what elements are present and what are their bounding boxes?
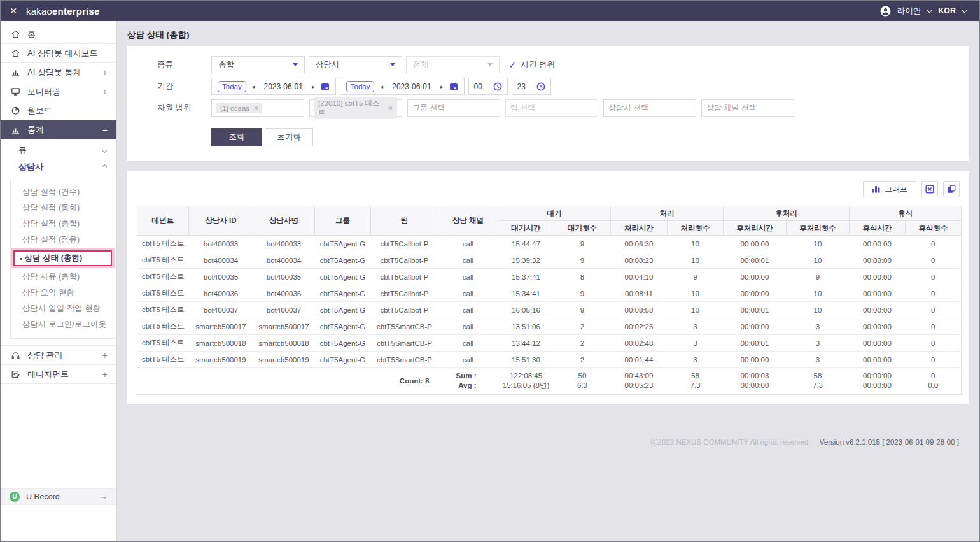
bar-chart-icon [11, 68, 20, 77]
agent-submenu-list: 상담 실적 (건수)상담 실적 (통화)상담 실적 (총합)상담 실적 (점유)… [10, 178, 115, 339]
summary-stat: 506.3 [554, 368, 611, 395]
graph-button[interactable]: 그래프 [863, 181, 916, 197]
sidebar-item-monitoring[interactable]: 모니터링 + [1, 82, 116, 101]
table-row[interactable]: cbtT5 테스트bot400036bot400036cbtT5Agent-Gc… [137, 285, 962, 302]
tenant-input-1[interactable]: [1] ccaas✕ [211, 99, 304, 117]
stats-submenu: 큐 상담사 상담 실적 (건수)상담 실적 (통화)상담 실적 (총합)상담 실… [1, 139, 116, 346]
end-date-value[interactable]: 2023-06-01 [389, 82, 435, 91]
summary-count: Count: 8 [137, 368, 438, 395]
remove-tag-icon[interactable]: ✕ [388, 104, 393, 111]
kakao-enterprise-logo[interactable]: kakaoenterprise [26, 6, 100, 17]
table-cell: bot400037 [253, 302, 315, 318]
expand-plus-icon[interactable]: + [102, 369, 108, 380]
sidebar-item-ai-bot-stats[interactable]: AI 상담봇 통계 + [1, 63, 116, 82]
table-cell: bot400034 [253, 252, 315, 269]
col-header: 휴식횟수 [906, 221, 962, 236]
calendar-icon[interactable] [449, 82, 458, 91]
sidebar-subitem[interactable]: 상담 요약 현황 [11, 285, 115, 301]
table-cell: cbtT5Agent-G [315, 302, 371, 318]
u-record-link[interactable]: U U Record → [1, 488, 116, 505]
table-cell: 3 [668, 352, 724, 368]
remove-tag-icon[interactable]: ✕ [253, 104, 258, 111]
expand-plus-icon[interactable]: + [102, 68, 108, 78]
next-day-icon[interactable]: ▸ [440, 83, 444, 90]
collapse-minus-icon[interactable]: − [102, 125, 108, 135]
table-row[interactable]: cbtT5 테스트bot400034bot400034cbtT5Agent-Gc… [137, 252, 962, 269]
u-record-icon: U [10, 492, 20, 502]
col-header: 대기시간 [498, 221, 554, 236]
sidebar-item-home[interactable]: 홈 [1, 25, 116, 44]
sidebar-subitem-active[interactable]: •상담 상태 (총합) [11, 248, 115, 268]
start-date-value[interactable]: 2023-06-01 [260, 82, 306, 91]
table-cell: bot400037 [189, 302, 253, 318]
expand-plus-icon[interactable]: + [102, 350, 108, 360]
start-hour-picker[interactable]: 00 [468, 78, 508, 95]
table-row[interactable]: cbtT5 테스트bot400035bot400035cbtT5Agent-Gc… [137, 269, 962, 285]
reset-button[interactable]: 초기화 [265, 128, 313, 146]
sidebar-item-wallboard[interactable]: 월보드 [1, 101, 116, 120]
table-row[interactable]: cbtT5 테스트smartcb500018smartcb500018cbtT5… [137, 335, 962, 352]
sidebar-item-consult-mgmt[interactable]: 상담 관리 + [1, 346, 116, 365]
excel-export-button[interactable] [921, 181, 938, 197]
sidebar-subitem[interactable]: 상담 실적 (통화) [11, 200, 115, 216]
table-cell: 2 [554, 318, 611, 335]
table-cell: 0 [906, 318, 962, 335]
target-dropdown[interactable]: 상담사 [309, 56, 402, 73]
table-summary: Count: 8 Sum : Avg : 122:08:4515:16:05 (… [137, 368, 962, 395]
col-header: 팀 [371, 206, 438, 236]
sidebar-subitem[interactable]: 상담사 로그인/로그아웃 [11, 317, 115, 332]
submenu-item-agent[interactable]: 상담사 [1, 159, 116, 175]
calendar-icon[interactable] [321, 82, 330, 91]
expand-plus-icon[interactable]: + [102, 87, 108, 97]
table-cell: 3 [668, 318, 724, 335]
search-button[interactable]: 조회 [211, 128, 262, 146]
group-select-input[interactable]: 그룹 선택 [407, 99, 500, 117]
table-cell: cbtT5Callbot-P [371, 285, 438, 302]
col-header: 처리횟수 [668, 221, 724, 236]
language-selector[interactable]: KOR [938, 6, 956, 15]
sidebar-subitem[interactable]: 상담 실적 (총합) [11, 216, 115, 232]
sidebar-item-management[interactable]: 매니지먼트 + [1, 365, 116, 384]
col-header: 상담사명 [253, 206, 315, 236]
table-row[interactable]: cbtT5 테스트bot400037bot400037cbtT5Agent-Gc… [137, 302, 962, 318]
close-icon[interactable]: ✕ [1, 6, 26, 16]
agent-select-input[interactable]: 상담사 선택 [603, 99, 696, 117]
copyright-text: ⓒ2022 NEXUS COMMUNITY All rights reserve… [650, 438, 811, 446]
chevron-down-icon[interactable] [927, 7, 933, 13]
sidebar-subitem[interactable]: 상담사 일일 작업 현황 [11, 301, 115, 317]
table-cell: bot400034 [189, 252, 253, 269]
table-row[interactable]: cbtT5 테스트bot400033bot400033cbtT5Agent-Gc… [137, 236, 962, 252]
chevron-down-icon[interactable] [962, 7, 968, 13]
copy-button[interactable] [943, 181, 960, 197]
next-day-icon[interactable]: ▸ [312, 83, 315, 90]
type-dropdown[interactable]: 총합 [211, 56, 305, 73]
document-icon [11, 369, 20, 379]
table-cell: 0 [906, 302, 962, 318]
table-cell: cbtT5Agent-G [315, 285, 371, 302]
prev-day-icon[interactable]: ◂ [252, 83, 255, 90]
user-name[interactable]: 라이언 [897, 6, 921, 17]
table-cell: 10 [668, 252, 724, 269]
home-icon [11, 48, 20, 58]
sidebar-subitem[interactable]: 상담 실적 (건수) [11, 184, 115, 200]
today-button[interactable]: Today [346, 81, 375, 92]
sidebar-subitem[interactable]: 상담 사유 (총합) [11, 269, 115, 285]
sidebar-subitem[interactable]: 상담 실적 (점유) [11, 232, 115, 248]
time-range-checkbox[interactable]: ✓ 시간 범위 [508, 59, 555, 71]
table-row[interactable]: cbtT5 테스트smartcb500019smartcb500019cbtT5… [137, 352, 962, 368]
col-header: 상담 채널 [438, 206, 498, 236]
table-cell: cbtT5 테스트 [137, 352, 189, 368]
table-cell: cbtT5 테스트 [137, 318, 189, 335]
headset-icon [11, 351, 20, 360]
prev-day-icon[interactable]: ◂ [380, 83, 383, 90]
end-hour-picker[interactable]: 23 [512, 78, 551, 95]
table-header: 테넌트 상담사 ID 상담사명 그룹 팀 상담 채널 대기 처리 후처리 휴식 [137, 206, 962, 236]
table-row[interactable]: cbtT5 테스트smartcb500017smartcb500017cbtT5… [137, 318, 962, 335]
sidebar-item-stats[interactable]: 통계 − [1, 120, 116, 139]
sidebar-item-ai-bot-dashboard[interactable]: AI 상담봇 대시보드 [1, 44, 116, 63]
channel-select-input[interactable]: 상담 채널 선택 [701, 99, 794, 117]
submenu-item-queue[interactable]: 큐 [1, 142, 116, 159]
tenant-input-2[interactable]: [23010] cbtT5 테스트✕ [309, 99, 402, 117]
today-button[interactable]: Today [218, 81, 246, 92]
table-cell: 15:39:32 [498, 252, 554, 269]
